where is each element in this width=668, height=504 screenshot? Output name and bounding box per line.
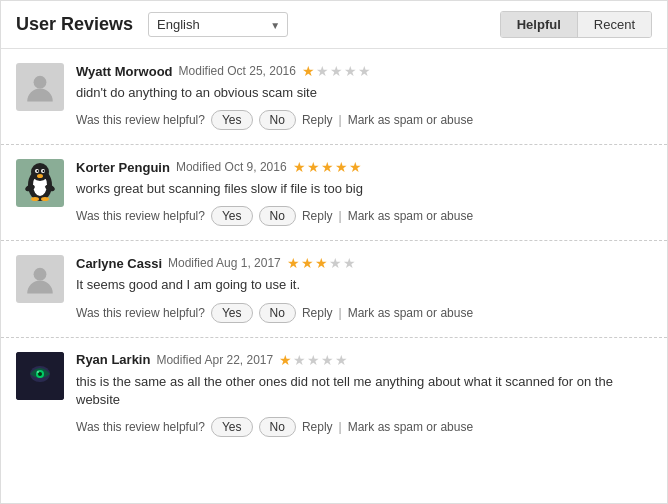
reviewer-name: Carlyne Cassi (76, 256, 162, 271)
review-content: Korter PenguinModified Oct 9, 2016★★★★★w… (76, 159, 652, 226)
filled-star-icon: ★ (335, 159, 348, 175)
yes-vote-button[interactable]: Yes (211, 417, 253, 437)
helpful-question-label: Was this review helpful? (76, 209, 205, 223)
review-date: Modified Apr 22, 2017 (156, 353, 273, 367)
avatar (16, 159, 64, 207)
review-text: works great but scanning files slow if f… (76, 180, 652, 198)
empty-star-icon: ★ (343, 255, 356, 271)
review-content: Ryan LarkinModified Apr 22, 2017★★★★★thi… (76, 352, 652, 437)
review-date: Modified Aug 1, 2017 (168, 256, 281, 270)
empty-star-icon: ★ (293, 352, 306, 368)
svg-point-3 (31, 163, 49, 181)
star-rating: ★★★★★ (302, 63, 371, 79)
reviewer-name: Ryan Larkin (76, 352, 150, 367)
review-content: Carlyne CassiModified Aug 1, 2017★★★★★It… (76, 255, 652, 322)
page-title: User Reviews (16, 14, 133, 35)
reviewer-name: Wyatt Morwood (76, 64, 173, 79)
reply-link[interactable]: Reply (302, 306, 333, 320)
review-text: didn't do anything to an obvious scam si… (76, 84, 652, 102)
spam-link[interactable]: Mark as spam or abuse (348, 306, 473, 320)
yes-vote-button[interactable]: Yes (211, 110, 253, 130)
empty-star-icon: ★ (344, 63, 357, 79)
empty-star-icon: ★ (307, 352, 320, 368)
filled-star-icon: ★ (349, 159, 362, 175)
helpful-question-label: Was this review helpful? (76, 113, 205, 127)
review-item: Ryan LarkinModified Apr 22, 2017★★★★★thi… (1, 338, 667, 451)
review-meta: Carlyne CassiModified Aug 1, 2017★★★★★ (76, 255, 652, 271)
svg-point-6 (37, 170, 39, 172)
helpful-question-label: Was this review helpful? (76, 420, 205, 434)
avatar (16, 352, 64, 400)
review-date: Modified Oct 9, 2016 (176, 160, 287, 174)
reply-link[interactable]: Reply (302, 113, 333, 127)
empty-star-icon: ★ (316, 63, 329, 79)
separator: | (339, 113, 342, 127)
review-item: Carlyne CassiModified Aug 1, 2017★★★★★It… (1, 241, 667, 337)
filled-star-icon: ★ (302, 63, 315, 79)
filled-star-icon: ★ (321, 159, 334, 175)
yes-vote-button[interactable]: Yes (211, 206, 253, 226)
no-vote-button[interactable]: No (259, 303, 296, 323)
no-vote-button[interactable]: No (259, 110, 296, 130)
review-actions: Was this review helpful?YesNoReply|Mark … (76, 110, 652, 130)
reply-link[interactable]: Reply (302, 420, 333, 434)
reviews-list: Wyatt MorwoodModified Oct 25, 2016★★★★★d… (1, 49, 667, 451)
review-actions: Was this review helpful?YesNoReply|Mark … (76, 206, 652, 226)
review-date: Modified Oct 25, 2016 (179, 64, 296, 78)
sort-recent-button[interactable]: Recent (578, 12, 651, 37)
language-selector-wrapper: English Spanish French ▼ (148, 12, 288, 37)
svg-point-7 (43, 170, 45, 172)
review-item: Wyatt MorwoodModified Oct 25, 2016★★★★★d… (1, 49, 667, 145)
star-rating: ★★★★★ (293, 159, 362, 175)
svg-point-11 (31, 197, 39, 201)
review-meta: Ryan LarkinModified Apr 22, 2017★★★★★ (76, 352, 652, 368)
separator: | (339, 306, 342, 320)
avatar (16, 255, 64, 303)
star-rating: ★★★★★ (279, 352, 348, 368)
spam-link[interactable]: Mark as spam or abuse (348, 113, 473, 127)
filled-star-icon: ★ (287, 255, 300, 271)
review-actions: Was this review helpful?YesNoReply|Mark … (76, 303, 652, 323)
empty-star-icon: ★ (335, 352, 348, 368)
review-content: Wyatt MorwoodModified Oct 25, 2016★★★★★d… (76, 63, 652, 130)
filled-star-icon: ★ (301, 255, 314, 271)
header: User Reviews English Spanish French ▼ He… (1, 1, 667, 49)
svg-point-12 (41, 197, 49, 201)
sort-button-group: Helpful Recent (500, 11, 652, 38)
review-item: Korter PenguinModified Oct 9, 2016★★★★★w… (1, 145, 667, 241)
reply-link[interactable]: Reply (302, 209, 333, 223)
filled-star-icon: ★ (293, 159, 306, 175)
sort-helpful-button[interactable]: Helpful (501, 12, 578, 37)
empty-star-icon: ★ (330, 63, 343, 79)
spam-link[interactable]: Mark as spam or abuse (348, 420, 473, 434)
review-text: this is the same as all the other ones d… (76, 373, 652, 409)
review-actions: Was this review helpful?YesNoReply|Mark … (76, 417, 652, 437)
spam-link[interactable]: Mark as spam or abuse (348, 209, 473, 223)
svg-point-18 (37, 371, 39, 373)
empty-star-icon: ★ (321, 352, 334, 368)
svg-point-17 (38, 372, 42, 376)
svg-point-8 (37, 174, 43, 178)
avatar (16, 63, 64, 111)
svg-point-0 (34, 76, 47, 89)
filled-star-icon: ★ (279, 352, 292, 368)
main-container: User Reviews English Spanish French ▼ He… (0, 0, 668, 504)
separator: | (339, 420, 342, 434)
yes-vote-button[interactable]: Yes (211, 303, 253, 323)
svg-point-13 (34, 268, 47, 281)
empty-star-icon: ★ (329, 255, 342, 271)
separator: | (339, 209, 342, 223)
star-rating: ★★★★★ (287, 255, 356, 271)
filled-star-icon: ★ (307, 159, 320, 175)
review-meta: Wyatt MorwoodModified Oct 25, 2016★★★★★ (76, 63, 652, 79)
reviewer-name: Korter Penguin (76, 160, 170, 175)
empty-star-icon: ★ (358, 63, 371, 79)
review-meta: Korter PenguinModified Oct 9, 2016★★★★★ (76, 159, 652, 175)
filled-star-icon: ★ (315, 255, 328, 271)
no-vote-button[interactable]: No (259, 206, 296, 226)
language-select[interactable]: English Spanish French (148, 12, 288, 37)
review-text: It seems good and I am going to use it. (76, 276, 652, 294)
helpful-question-label: Was this review helpful? (76, 306, 205, 320)
no-vote-button[interactable]: No (259, 417, 296, 437)
